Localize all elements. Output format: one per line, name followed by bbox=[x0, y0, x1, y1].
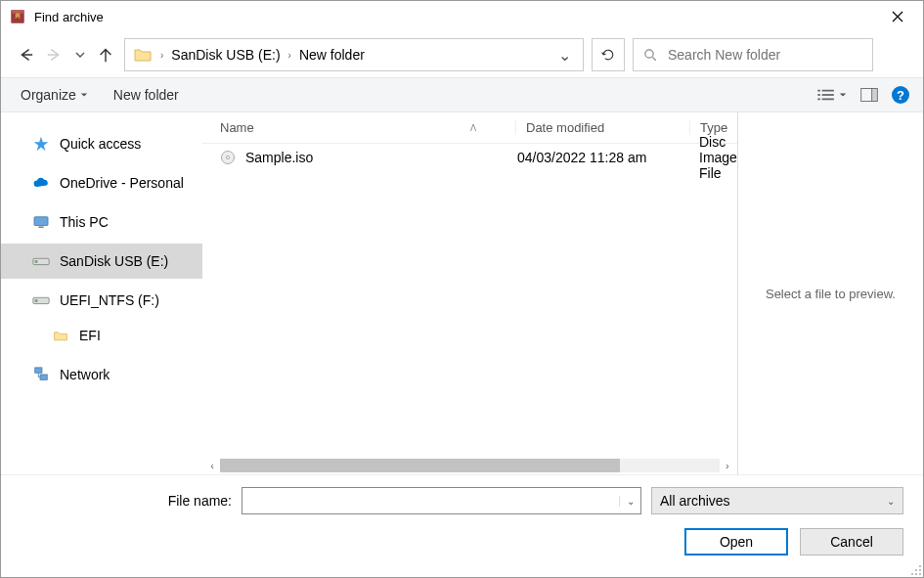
preview-pane-icon bbox=[860, 88, 878, 102]
organize-menu[interactable]: Organize bbox=[21, 87, 88, 103]
sidebar-item-label: Quick access bbox=[60, 136, 141, 152]
svg-rect-8 bbox=[822, 99, 834, 101]
sidebar-item-uefi-ntfs[interactable]: UEFI_NTFS (F:) bbox=[1, 283, 202, 318]
svg-point-27 bbox=[919, 573, 921, 575]
arrow-up-icon bbox=[97, 46, 114, 64]
sidebar-item-label: SanDisk USB (E:) bbox=[60, 253, 168, 269]
titlebar: Find archive bbox=[1, 1, 923, 32]
sort-ascending-icon: ᐱ bbox=[470, 123, 476, 133]
drive-icon bbox=[32, 291, 50, 309]
horizontal-scrollbar[interactable]: ‹ › bbox=[202, 457, 737, 474]
scrollbar-track[interactable] bbox=[220, 459, 720, 472]
svg-point-24 bbox=[919, 569, 921, 571]
recent-dropdown[interactable] bbox=[73, 44, 87, 66]
filename-combo[interactable]: ⌄ bbox=[242, 487, 641, 514]
svg-rect-10 bbox=[872, 88, 878, 101]
drive-icon bbox=[32, 252, 50, 270]
sidebar-item-label: OneDrive - Personal bbox=[60, 175, 184, 191]
filename-label: File name: bbox=[1, 493, 232, 509]
chevron-down-icon bbox=[839, 91, 847, 99]
sidebar-item-efi[interactable]: EFI bbox=[1, 318, 202, 353]
sidebar-item-label: EFI bbox=[79, 328, 101, 343]
close-button[interactable] bbox=[876, 2, 919, 31]
column-header-label: Name bbox=[220, 120, 254, 135]
filetype-filter[interactable]: All archives ⌄ bbox=[651, 487, 903, 514]
sidebar-item-this-pc[interactable]: This PC bbox=[1, 204, 202, 240]
filename-input[interactable] bbox=[242, 494, 619, 509]
scrollbar-thumb[interactable] bbox=[220, 459, 620, 472]
file-name: Sample.iso bbox=[245, 150, 313, 165]
chevron-down-icon bbox=[80, 91, 88, 99]
svg-point-26 bbox=[915, 573, 917, 575]
dialog-body: Quick access OneDrive - Personal This PC… bbox=[1, 112, 923, 474]
breadcrumb-segment-0[interactable]: SanDisk USB (E:) bbox=[167, 47, 284, 63]
folder-icon bbox=[133, 45, 153, 65]
svg-rect-15 bbox=[35, 260, 38, 263]
chevron-right-icon: › bbox=[156, 50, 167, 61]
app-icon bbox=[9, 8, 26, 25]
arrow-right-icon bbox=[46, 46, 64, 64]
address-bar[interactable]: › SanDisk USB (E:) › New folder ⌄ bbox=[124, 38, 584, 71]
close-icon bbox=[892, 11, 903, 22]
sidebar-item-onedrive[interactable]: OneDrive - Personal bbox=[1, 165, 202, 200]
sidebar-item-label: Network bbox=[60, 367, 110, 382]
star-icon bbox=[32, 135, 50, 153]
svg-rect-12 bbox=[34, 217, 48, 226]
svg-point-2 bbox=[645, 49, 653, 57]
svg-rect-5 bbox=[817, 94, 820, 96]
svg-rect-17 bbox=[35, 299, 38, 302]
column-header-type[interactable]: Type bbox=[689, 120, 737, 135]
chevron-down-icon bbox=[75, 50, 85, 60]
cloud-icon bbox=[32, 174, 50, 192]
chevron-right-icon: › bbox=[285, 50, 295, 61]
sidebar-item-label: This PC bbox=[60, 214, 109, 230]
scroll-left-icon[interactable]: ‹ bbox=[204, 460, 220, 471]
svg-point-23 bbox=[915, 569, 917, 571]
svg-rect-18 bbox=[35, 368, 42, 373]
sidebar-item-label: UEFI_NTFS (F:) bbox=[60, 292, 159, 308]
disc-image-icon bbox=[220, 150, 236, 165]
cancel-button[interactable]: Cancel bbox=[800, 528, 903, 556]
file-rows: Sample.iso 04/03/2022 11:28 am Disc Imag… bbox=[202, 144, 737, 457]
new-folder-button[interactable]: New folder bbox=[113, 87, 179, 103]
open-button[interactable]: Open bbox=[684, 528, 788, 556]
file-type: Disc Image File bbox=[689, 134, 737, 181]
sidebar-item-sandisk-usb[interactable]: SanDisk USB (E:) bbox=[1, 244, 202, 279]
new-folder-label: New folder bbox=[113, 87, 179, 103]
svg-rect-1 bbox=[11, 10, 24, 13]
svg-rect-3 bbox=[817, 90, 820, 92]
up-button[interactable] bbox=[95, 44, 116, 66]
search-icon bbox=[643, 48, 658, 63]
refresh-button[interactable] bbox=[592, 38, 625, 71]
svg-rect-6 bbox=[822, 94, 834, 96]
sidebar-item-quick-access[interactable]: Quick access bbox=[1, 126, 202, 161]
chevron-down-icon: ⌄ bbox=[887, 496, 895, 507]
resize-grip[interactable] bbox=[909, 563, 923, 577]
svg-point-25 bbox=[911, 573, 913, 575]
search-box[interactable] bbox=[633, 38, 873, 71]
column-header-name[interactable]: Name ᐱ bbox=[202, 120, 515, 135]
file-row[interactable]: Sample.iso 04/03/2022 11:28 am Disc Imag… bbox=[202, 144, 737, 171]
preview-placeholder: Select a file to preview. bbox=[766, 287, 896, 301]
help-button[interactable]: ? bbox=[892, 86, 909, 104]
chevron-down-icon[interactable]: ⌄ bbox=[619, 496, 640, 507]
file-modified: 04/03/2022 11:28 am bbox=[515, 150, 689, 165]
search-input[interactable] bbox=[668, 47, 862, 63]
breadcrumb-segment-1[interactable]: New folder bbox=[295, 47, 369, 63]
toolbar-right: ? bbox=[817, 86, 909, 104]
refresh-icon bbox=[600, 47, 616, 63]
filetype-label: All archives bbox=[660, 493, 730, 509]
preview-pane-button[interactable] bbox=[860, 88, 878, 102]
scroll-right-icon[interactable]: › bbox=[720, 460, 735, 471]
back-button[interactable] bbox=[15, 44, 36, 66]
column-header-label: Date modified bbox=[526, 120, 604, 135]
toolbar: Organize New folder ? bbox=[1, 77, 923, 112]
address-dropdown[interactable]: ⌄ bbox=[550, 46, 579, 65]
file-list: Name ᐱ Date modified Type Sample.iso 04/… bbox=[202, 112, 738, 474]
svg-point-21 bbox=[226, 156, 229, 158]
details-view-icon bbox=[817, 88, 835, 102]
view-options-button[interactable] bbox=[817, 88, 847, 102]
column-header-modified[interactable]: Date modified bbox=[515, 120, 689, 135]
sidebar-item-network[interactable]: Network bbox=[1, 357, 202, 392]
folder-icon bbox=[52, 327, 69, 344]
